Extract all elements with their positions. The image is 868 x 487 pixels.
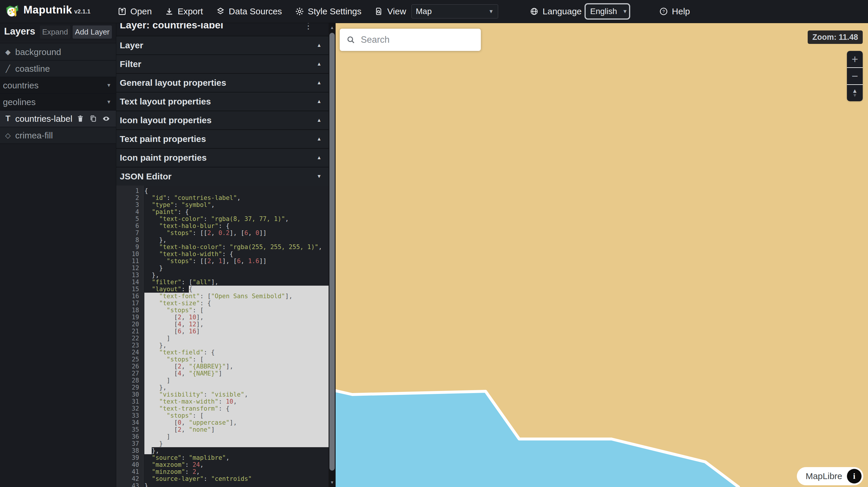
compass-button[interactable]: ▲ ▼: [847, 85, 863, 101]
layer-editor-header: Layer: countries-label ⋮: [116, 23, 329, 36]
layer-item-coastline[interactable]: ╱coastline: [0, 61, 116, 77]
copy-icon[interactable]: [89, 115, 97, 123]
help-label: Help: [672, 6, 690, 17]
code-line: 34 [0, "uppercase"],: [116, 419, 329, 426]
caret-up-icon: ▲: [316, 99, 321, 104]
code-line: 4 "paint": {: [116, 208, 329, 216]
section-text-layout-properties[interactable]: Text layout properties▲: [116, 92, 329, 110]
open-label: Open: [130, 6, 152, 17]
code-line: 6 "text-halo-blur": {: [116, 222, 329, 229]
caret-down-icon: ▼: [316, 173, 321, 180]
layer-name: coastline: [15, 64, 50, 74]
zoom-out-button[interactable]: −: [847, 68, 863, 84]
kebab-menu-icon[interactable]: ⋮: [304, 23, 313, 31]
expand-button[interactable]: Expand: [40, 26, 70, 39]
json-editor[interactable]: 1{2 "id": "countries-label",3 "type": "s…: [116, 186, 329, 487]
line-number: 22: [116, 335, 143, 342]
layer-group-countries[interactable]: countries▼: [0, 77, 116, 94]
view-select[interactable]: Map ▼: [411, 4, 498, 19]
line-number: 13: [116, 271, 143, 279]
code-line: 29 },: [116, 384, 329, 391]
eye-icon[interactable]: [102, 115, 110, 123]
line-number: 21: [116, 328, 143, 335]
layer-name: geolines: [3, 97, 36, 107]
section-json-editor[interactable]: JSON Editor▼: [116, 167, 329, 186]
section-filter[interactable]: Filter▲: [116, 55, 329, 73]
trash-icon[interactable]: [76, 115, 84, 123]
line-number: 18: [116, 307, 143, 314]
layer-group-geolines[interactable]: geolines▼: [0, 94, 116, 110]
fill-icon: ◆: [3, 48, 12, 56]
layer-item-crimea-fill[interactable]: ◇crimea-fill: [0, 127, 116, 144]
zoom-in-button[interactable]: +: [847, 51, 863, 67]
attribution-label: MapLibre: [806, 471, 842, 481]
language-select-value: English: [590, 7, 617, 16]
code-line: 31 "text-max-width": 10,: [116, 398, 329, 405]
code-line: 33 "stops": [: [116, 412, 329, 419]
export-label: Export: [178, 6, 203, 17]
scroll-up-arrow-icon[interactable]: ▲: [329, 25, 336, 30]
line-number: 27: [116, 370, 143, 377]
line-number: 43: [116, 482, 143, 487]
line-number: 38: [116, 447, 143, 454]
line-number: 2: [116, 194, 143, 201]
section-layer[interactable]: Layer▲: [116, 36, 329, 55]
scrollbar-thumb[interactable]: [330, 33, 335, 470]
layer-item-countries-label[interactable]: Tcountries-label: [0, 110, 116, 127]
export-button[interactable]: Export: [164, 6, 203, 17]
line-icon: ╱: [3, 65, 12, 73]
layer-name: crimea-fill: [15, 131, 53, 140]
map-canvas[interactable]: Zoom: 11.48 + − ▲ ▼ MapLibre i: [336, 23, 868, 487]
line-number: 29: [116, 384, 143, 391]
view-icon: [374, 7, 383, 16]
open-button[interactable]: Open: [118, 6, 152, 17]
line-number: 4: [116, 208, 143, 216]
map-render: [336, 23, 868, 487]
caret-up-icon: ▲: [316, 42, 321, 48]
style-settings-button[interactable]: Style Settings: [295, 6, 361, 17]
help-button[interactable]: ? Help: [659, 6, 690, 17]
data-sources-button[interactable]: Data Sources: [216, 6, 282, 17]
app-version: v2.1.1: [74, 8, 91, 15]
line-number: 30: [116, 391, 143, 398]
code-line: 5 "text-color": "rgba(8, 37, 77, 1)",: [116, 216, 329, 222]
code-line: 18 "stops": [: [116, 307, 329, 314]
globe-icon: [530, 7, 538, 16]
caret-up-icon: ▲: [316, 61, 321, 67]
section-icon-layout-properties[interactable]: Icon layout properties▲: [116, 110, 329, 129]
section-text-paint-properties[interactable]: Text paint properties▲: [116, 129, 329, 148]
add-layer-button[interactable]: Add Layer: [73, 26, 112, 39]
map-attribution: MapLibre i: [797, 467, 863, 485]
section-general-layout-properties[interactable]: General layout properties▲: [116, 73, 329, 92]
caret-up-icon: ▲: [316, 117, 321, 123]
scroll-down-arrow-icon[interactable]: ▼: [329, 480, 336, 485]
line-number: 7: [116, 229, 143, 236]
section-label: Text paint properties: [120, 134, 206, 144]
info-icon[interactable]: i: [847, 469, 862, 484]
view-label: View: [387, 6, 406, 17]
zoom-level-badge: Zoom: 11.48: [808, 30, 863, 44]
line-number: 16: [116, 293, 143, 300]
view-group: View Map ▼: [374, 4, 498, 19]
layers-title: Layers: [4, 26, 35, 37]
text-selection-highlight: [144, 440, 329, 447]
line-number: 3: [116, 201, 143, 208]
symbol-icon: T: [3, 114, 12, 123]
maputnik-app: Maputnik v2.1.1 OpenExportData SourcesSt…: [0, 0, 868, 487]
editor-sections: Layer▲Filter▲General layout properties▲T…: [116, 36, 329, 186]
code-line: 19 [2, 10],: [116, 314, 329, 321]
editor-scrollbar[interactable]: ▲ ▼: [329, 23, 336, 487]
layer-item-background[interactable]: ◆background: [0, 44, 116, 61]
view-select-value: Map: [416, 7, 432, 16]
line-number: 11: [116, 258, 143, 265]
search-input[interactable]: [360, 34, 481, 45]
help-icon: ?: [659, 7, 668, 16]
section-icon-paint-properties[interactable]: Icon paint properties▲: [116, 148, 329, 167]
json-editor-code: 1{2 "id": "countries-label",3 "type": "s…: [116, 187, 329, 487]
text-selection-highlight: [144, 342, 329, 349]
chevron-down-icon: ▼: [489, 8, 494, 14]
language-select[interactable]: English ▼: [586, 4, 629, 19]
code-line: 40 "maxzoom": 24,: [116, 461, 329, 468]
chevron-down-icon: ▼: [106, 99, 111, 105]
code-line: 22 ]: [116, 335, 329, 342]
